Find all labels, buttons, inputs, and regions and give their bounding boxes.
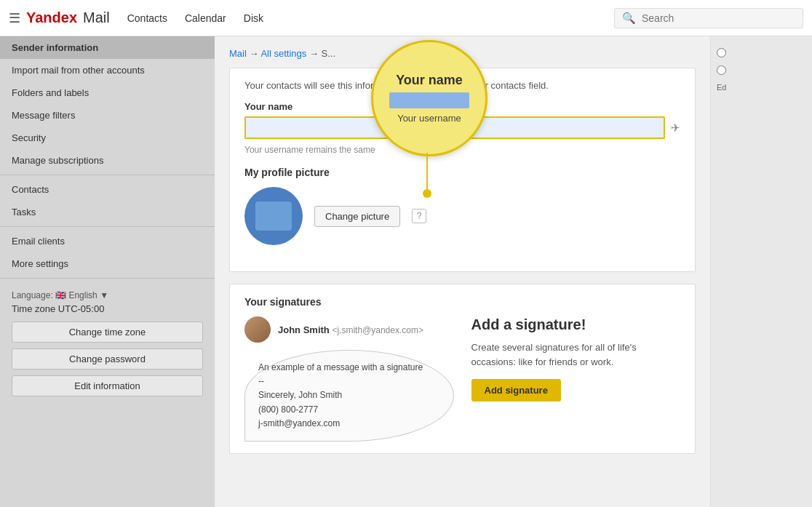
change-password-button[interactable]: Change password	[12, 348, 203, 370]
breadcrumb-arrow-1: →	[249, 48, 258, 59]
help-icon[interactable]: ?	[412, 209, 426, 223]
sidebar-bottom: Language: 🇬🇧 English ▼ Time zone UTC-05:…	[0, 282, 215, 411]
main-content: Mail → All settings → S... Your contacts…	[215, 36, 710, 507]
signature-avatar-inner	[244, 316, 271, 343]
signature-line-0: --	[258, 375, 440, 388]
logo[interactable]: ☰ Yandex Mail	[9, 9, 110, 26]
sidebar-item-more-settings[interactable]: More settings	[0, 252, 215, 275]
sidebar-item-import-mail[interactable]: Import mail from other accounts	[0, 59, 215, 81]
name-input[interactable]	[244, 116, 665, 139]
timezone-label: Time zone	[12, 303, 58, 314]
nav-disk[interactable]: Disk	[244, 12, 263, 24]
timezone-value: UTC-05:00	[58, 303, 105, 314]
signature-line-1: Sincerely, John Smith	[258, 388, 440, 402]
right-panel-radio-input-1[interactable]	[717, 48, 726, 57]
sidebar-item-tasks[interactable]: Tasks	[0, 201, 215, 223]
name-input-confirm-icon[interactable]: ✈	[671, 121, 680, 135]
change-timezone-button[interactable]: Change time zone	[12, 322, 203, 343]
signature-cta-desc: Create several signatures for all of lif…	[471, 340, 681, 369]
profile-picture-inner	[255, 201, 292, 231]
right-panel-radio-1	[717, 48, 806, 60]
signature-user-row: John Smith <j.smith@yandex.com>	[244, 316, 454, 343]
signature-user-email: <j.smith@yandex.com>	[332, 325, 423, 335]
signature-cta-title: Add a signature!	[471, 316, 681, 333]
signatures-section-title: Your signatures	[244, 296, 680, 308]
sidebar-item-sender-info[interactable]: Sender information	[0, 36, 215, 59]
profile-section-title: My profile picture	[244, 167, 680, 178]
sidebar-item-security[interactable]: Security	[0, 127, 215, 149]
breadcrumb: Mail → All settings → S...	[229, 48, 696, 59]
signatures-panel: Your signatures John Smith <j.smith@yand…	[229, 284, 696, 454]
language-flag: 🇬🇧	[55, 290, 68, 300]
name-input-row: ✈	[244, 116, 680, 139]
settings-panel: Your contacts will see this infor mation…	[229, 68, 696, 272]
sidebar: Sender information Import mail from othe…	[0, 36, 215, 507]
signature-cta: Add a signature! Create several signatur…	[471, 316, 681, 402]
signature-user-info: John Smith <j.smith@yandex.com>	[278, 324, 423, 335]
breadcrumb-current: S...	[322, 48, 336, 59]
layout: Sender information Import mail from othe…	[0, 36, 812, 507]
search-icon: 🔍	[622, 12, 636, 25]
signature-bubble: An example of a message with a signature…	[244, 350, 454, 442]
add-signature-button[interactable]: Add signature	[471, 379, 561, 402]
right-panel-radio-2	[717, 65, 806, 77]
settings-description: Your contacts will see this infor mation…	[244, 80, 680, 91]
edit-information-button[interactable]: Edit information	[12, 375, 203, 396]
timezone-row: Time zone UTC-05:00	[12, 303, 203, 314]
sidebar-item-folders[interactable]: Folders and labels	[0, 81, 215, 104]
nav-calendar[interactable]: Calendar	[185, 12, 226, 24]
nav-contacts[interactable]: Contacts	[127, 12, 167, 24]
language-dropdown-icon[interactable]: ▼	[100, 290, 108, 300]
search-input[interactable]	[642, 12, 787, 24]
breadcrumb-mail[interactable]: Mail	[229, 48, 247, 59]
sidebar-item-email-clients[interactable]: Email clients	[0, 230, 215, 252]
profile-picture	[244, 187, 303, 245]
logo-mail: Mail	[83, 9, 110, 26]
sidebar-item-contacts[interactable]: Contacts	[0, 178, 215, 201]
hamburger-icon[interactable]: ☰	[9, 10, 20, 26]
right-panel-radio-input-2[interactable]	[717, 65, 726, 75]
right-panel-label: Ed	[717, 83, 806, 92]
sidebar-item-manage-subscriptions[interactable]: Manage subscriptions	[0, 149, 215, 172]
breadcrumb-all-settings[interactable]: All settings	[260, 48, 306, 59]
right-panel: Ed	[710, 36, 812, 507]
breadcrumb-arrow-2: →	[309, 48, 319, 59]
sidebar-divider-1	[0, 175, 215, 175]
language-value: English	[68, 290, 97, 300]
signature-preview: John Smith <j.smith@yandex.com> An examp…	[244, 316, 454, 442]
signature-user-name: John Smith	[278, 324, 330, 335]
sidebar-divider-2	[0, 226, 215, 227]
signature-avatar	[244, 316, 271, 343]
search-bar: 🔍	[614, 8, 803, 28]
signature-line-3: j-smith@yandex.com	[258, 417, 440, 431]
signature-line-2: (800) 800-2777	[258, 403, 440, 417]
name-hint: Your username remains the same	[244, 145, 680, 155]
sidebar-divider-3	[0, 278, 215, 279]
logo-yandex: Yandex	[26, 9, 77, 26]
top-nav: ☰ Yandex Mail Contacts Calendar Disk 🔍	[0, 0, 812, 36]
signature-row: John Smith <j.smith@yandex.com> An examp…	[244, 316, 680, 442]
signature-message: An example of a message with a signature	[258, 361, 440, 375]
sidebar-item-message-filters[interactable]: Message filters	[0, 104, 215, 127]
profile-picture-row: Change picture ?	[244, 187, 680, 245]
language-label: Language: 🇬🇧 English ▼	[12, 290, 203, 300]
top-nav-links: Contacts Calendar Disk	[127, 12, 263, 24]
your-name-label: Your name	[244, 101, 680, 112]
change-picture-button[interactable]: Change picture	[314, 206, 400, 227]
